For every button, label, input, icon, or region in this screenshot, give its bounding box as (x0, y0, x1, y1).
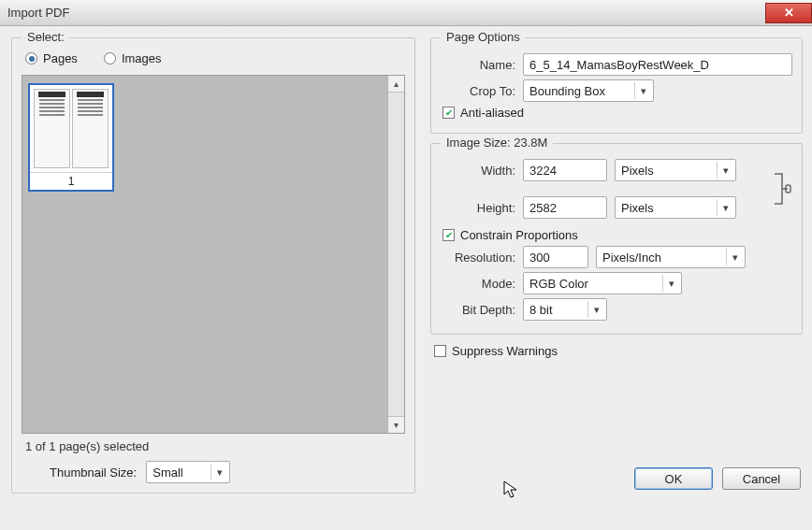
constrain-checkbox[interactable]: Constrain Proportions (442, 228, 578, 242)
window-title: Import PDF (7, 6, 69, 20)
thumbnail-preview (30, 85, 112, 172)
close-button[interactable]: ✕ (765, 3, 812, 23)
select-mode-radios: Pages Images (22, 50, 405, 75)
pages-radio-label: Pages (43, 51, 78, 65)
thumbnail-page-number: 1 (30, 172, 112, 190)
images-radio[interactable]: Images (104, 51, 162, 65)
thumbnail-area[interactable]: 1 ▴ ▾ (22, 75, 405, 434)
mode-row: Mode: RGB Color (441, 272, 792, 294)
chevron-down-icon (717, 162, 733, 179)
chevron-down-icon (634, 82, 651, 99)
resolution-units-value: Pixels/Inch (602, 251, 661, 265)
height-units-value: Pixels (621, 201, 654, 215)
constrain-link-icon[interactable] (772, 158, 792, 220)
page-thumbnail-1[interactable]: 1 (28, 83, 114, 192)
width-height-group: Width: 3224 Pixels Height: 2582 (441, 155, 792, 222)
thumbnail-size-label: Thumbnail Size: (50, 466, 137, 480)
resolution-value: 300 (529, 251, 550, 265)
constrain-row: Constrain Proportions (441, 228, 792, 242)
pages-radio[interactable]: Pages (25, 51, 78, 65)
bit-depth-value: 8 bit (529, 303, 553, 317)
page-options-fieldset: Page Options Name: 6_5_14_MamasBoyRestWe… (430, 37, 803, 134)
mode-dropdown[interactable]: RGB Color (523, 272, 682, 294)
resolution-row: Resolution: 300 Pixels/Inch (441, 246, 792, 268)
cursor-icon (503, 480, 518, 499)
resolution-label: Resolution: (441, 251, 515, 265)
constrain-label: Constrain Proportions (460, 228, 578, 242)
page-options-legend: Page Options (441, 30, 526, 44)
crop-dropdown[interactable]: Bounding Box (523, 79, 654, 102)
width-input[interactable]: 3224 (523, 159, 607, 181)
image-size-legend: Image Size: 23.8M (441, 136, 553, 150)
close-icon: ✕ (784, 6, 794, 20)
checkbox-checked-icon (442, 229, 455, 241)
dialog-client: Select: Pages Images (0, 26, 812, 499)
mode-label: Mode: (441, 277, 515, 291)
anti-aliased-checkbox[interactable]: Anti-aliased (442, 106, 524, 120)
height-row: Height: 2582 Pixels (441, 196, 766, 219)
height-units-dropdown[interactable]: Pixels (615, 196, 736, 219)
titlebar: Import PDF ✕ (0, 0, 812, 26)
cancel-button[interactable]: Cancel (722, 467, 801, 490)
checkbox-unchecked-icon (434, 345, 446, 357)
width-row: Width: 3224 Pixels (441, 159, 766, 181)
name-value: 6_5_14_MamasBoyRestWeek_D (529, 58, 709, 72)
height-label: Height: (441, 201, 515, 215)
anti-aliased-label: Anti-aliased (460, 106, 524, 120)
height-input[interactable]: 2582 (523, 196, 607, 219)
radio-checked-icon (25, 52, 37, 64)
name-label: Name: (441, 58, 515, 72)
selection-status: 1 of 1 page(s) selected (22, 434, 405, 461)
bit-depth-dropdown[interactable]: 8 bit (523, 298, 607, 321)
suppress-warnings-checkbox[interactable]: Suppress Warnings (434, 344, 558, 358)
resolution-input[interactable]: 300 (523, 246, 588, 268)
images-radio-label: Images (122, 51, 162, 65)
right-column: Page Options Name: 6_5_14_MamasBoyRestWe… (430, 37, 803, 494)
width-units-value: Pixels (621, 164, 654, 178)
suppress-warnings-label: Suppress Warnings (452, 344, 558, 358)
name-input[interactable]: 6_5_14_MamasBoyRestWeek_D (523, 53, 792, 76)
chevron-down-icon (587, 301, 604, 318)
ok-button-label: OK (665, 472, 683, 486)
scroll-up-button[interactable]: ▴ (388, 76, 405, 93)
bit-depth-row: Bit Depth: 8 bit (441, 298, 792, 321)
scroll-down-button[interactable]: ▾ (388, 416, 405, 433)
select-legend: Select: (22, 30, 70, 44)
width-units-dropdown[interactable]: Pixels (615, 159, 736, 181)
radio-unchecked-icon (104, 52, 116, 64)
crop-label: Crop To: (441, 84, 515, 98)
resolution-units-dropdown[interactable]: Pixels/Inch (596, 246, 746, 268)
bit-depth-label: Bit Depth: (441, 303, 515, 317)
mode-value: RGB Color (529, 277, 588, 291)
anti-aliased-row: Anti-aliased (441, 106, 792, 120)
width-value: 3224 (529, 164, 557, 178)
thumbnail-size-value: Small (152, 466, 183, 480)
dialog-buttons: OK Cancel (430, 460, 803, 494)
thumbnail-size-row: Thumbnail Size: Small (22, 461, 405, 483)
chevron-down-icon (726, 249, 743, 265)
svg-rect-0 (786, 185, 790, 193)
width-label: Width: (441, 164, 515, 178)
chevron-down-icon (717, 199, 733, 216)
suppress-warnings-row: Suppress Warnings (430, 344, 803, 358)
thumbnail-size-dropdown[interactable]: Small (146, 461, 230, 483)
left-column: Select: Pages Images (11, 37, 415, 494)
name-row: Name: 6_5_14_MamasBoyRestWeek_D (441, 53, 792, 76)
chevron-down-icon (662, 275, 679, 292)
crop-value: Bounding Box (529, 84, 605, 98)
thumbnail-scrollbar[interactable]: ▴ ▾ (387, 76, 404, 433)
ok-button[interactable]: OK (634, 467, 713, 490)
image-size-fieldset: Image Size: 23.8M Width: 3224 Pixels (430, 143, 803, 335)
chevron-down-icon (210, 464, 227, 480)
cancel-button-label: Cancel (743, 472, 780, 486)
image-size-value: 23.8M (514, 136, 547, 150)
select-fieldset: Select: Pages Images (11, 37, 415, 494)
checkbox-checked-icon (442, 107, 455, 119)
crop-row: Crop To: Bounding Box (441, 79, 792, 102)
height-value: 2582 (529, 201, 557, 215)
